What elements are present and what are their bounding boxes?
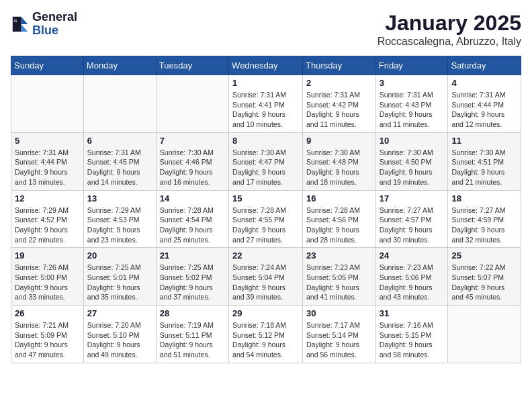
calendar-cell: 14Sunrise: 7:28 AM Sunset: 4:54 PM Dayli… — [156, 190, 228, 248]
calendar-cell: 17Sunrise: 7:27 AM Sunset: 4:57 PM Dayli… — [375, 190, 448, 248]
calendar-week-3: 12Sunrise: 7:29 AM Sunset: 4:52 PM Dayli… — [11, 190, 521, 248]
day-info: Sunrise: 7:27 AM Sunset: 4:59 PM Dayligh… — [451, 205, 517, 245]
weekday-header-sunday: Sunday — [11, 56, 84, 75]
day-number: 1 — [232, 78, 299, 88]
day-info: Sunrise: 7:25 AM Sunset: 5:02 PM Dayligh… — [160, 263, 225, 302]
header: G General Blue January 2025 Roccascalegn… — [11, 11, 521, 48]
calendar-cell: 7Sunrise: 7:30 AM Sunset: 4:46 PM Daylig… — [156, 132, 228, 190]
calendar-cell: 20Sunrise: 7:25 AM Sunset: 5:01 PM Dayli… — [83, 248, 156, 306]
weekday-header-friday: Friday — [375, 56, 448, 75]
day-number: 12 — [15, 193, 80, 203]
day-number: 8 — [232, 136, 299, 146]
day-number: 19 — [15, 250, 80, 261]
calendar-cell: 25Sunrise: 7:22 AM Sunset: 5:07 PM Dayli… — [448, 248, 521, 306]
day-number: 3 — [380, 78, 445, 88]
logo-text: General Blue — [32, 11, 77, 38]
day-number: 6 — [87, 136, 152, 146]
day-info: Sunrise: 7:31 AM Sunset: 4:41 PM Dayligh… — [232, 90, 299, 130]
day-info: Sunrise: 7:30 AM Sunset: 4:48 PM Dayligh… — [306, 148, 372, 187]
month-year: January 2025 — [378, 11, 521, 36]
calendar-cell — [11, 75, 84, 133]
calendar-cell: 11Sunrise: 7:30 AM Sunset: 4:51 PM Dayli… — [448, 132, 521, 190]
weekday-header-thursday: Thursday — [303, 56, 376, 75]
calendar-cell — [448, 306, 521, 363]
day-number: 29 — [232, 308, 299, 318]
day-info: Sunrise: 7:24 AM Sunset: 5:04 PM Dayligh… — [232, 263, 299, 302]
day-info: Sunrise: 7:31 AM Sunset: 4:44 PM Dayligh… — [15, 148, 80, 187]
day-info: Sunrise: 7:23 AM Sunset: 5:05 PM Dayligh… — [306, 263, 372, 302]
location: Roccascalegna, Abruzzo, Italy — [378, 36, 521, 48]
day-number: 17 — [380, 193, 445, 203]
day-number: 27 — [87, 308, 152, 318]
day-number: 14 — [160, 193, 225, 203]
day-info: Sunrise: 7:31 AM Sunset: 4:42 PM Dayligh… — [306, 90, 372, 130]
calendar-cell — [83, 75, 156, 133]
day-number: 28 — [160, 308, 225, 318]
day-number: 7 — [160, 136, 225, 146]
calendar-week-5: 26Sunrise: 7:21 AM Sunset: 5:09 PM Dayli… — [11, 306, 521, 363]
day-number: 21 — [160, 250, 225, 261]
day-number: 16 — [306, 193, 372, 203]
calendar-cell: 2Sunrise: 7:31 AM Sunset: 4:42 PM Daylig… — [303, 75, 376, 133]
day-info: Sunrise: 7:31 AM Sunset: 4:45 PM Dayligh… — [87, 148, 152, 187]
calendar-cell: 13Sunrise: 7:29 AM Sunset: 4:53 PM Dayli… — [83, 190, 156, 248]
day-number: 2 — [306, 78, 372, 88]
day-number: 9 — [306, 136, 372, 146]
day-info: Sunrise: 7:31 AM Sunset: 4:44 PM Dayligh… — [451, 90, 517, 130]
logo-icon: G — [11, 15, 30, 34]
calendar-cell: 15Sunrise: 7:28 AM Sunset: 4:55 PM Dayli… — [229, 190, 303, 248]
day-number: 10 — [380, 136, 445, 146]
day-info: Sunrise: 7:19 AM Sunset: 5:11 PM Dayligh… — [160, 320, 225, 360]
logo-blue: Blue — [32, 24, 77, 38]
day-number: 18 — [451, 193, 517, 203]
weekday-header-wednesday: Wednesday — [229, 56, 303, 75]
calendar-cell: 31Sunrise: 7:16 AM Sunset: 5:15 PM Dayli… — [375, 306, 448, 363]
calendar-cell: 24Sunrise: 7:23 AM Sunset: 5:06 PM Dayli… — [375, 248, 448, 306]
title-area: January 2025 Roccascalegna, Abruzzo, Ita… — [378, 11, 521, 48]
calendar-cell: 26Sunrise: 7:21 AM Sunset: 5:09 PM Dayli… — [11, 306, 84, 363]
day-info: Sunrise: 7:21 AM Sunset: 5:09 PM Dayligh… — [15, 320, 80, 360]
weekday-header-monday: Monday — [83, 56, 156, 75]
day-info: Sunrise: 7:29 AM Sunset: 4:52 PM Dayligh… — [15, 205, 80, 245]
day-info: Sunrise: 7:25 AM Sunset: 5:01 PM Dayligh… — [87, 263, 152, 302]
day-number: 22 — [232, 250, 299, 261]
logo-general: General — [32, 11, 77, 24]
day-info: Sunrise: 7:17 AM Sunset: 5:14 PM Dayligh… — [306, 320, 372, 360]
calendar-cell: 21Sunrise: 7:25 AM Sunset: 5:02 PM Dayli… — [156, 248, 228, 306]
svg-marker-0 — [21, 17, 28, 24]
day-number: 5 — [15, 136, 80, 146]
calendar-week-4: 19Sunrise: 7:26 AM Sunset: 5:00 PM Dayli… — [11, 248, 521, 306]
weekday-header-tuesday: Tuesday — [156, 56, 228, 75]
calendar: SundayMondayTuesdayWednesdayThursdayFrid… — [11, 56, 521, 363]
day-number: 30 — [306, 308, 372, 318]
svg-marker-1 — [21, 24, 28, 32]
calendar-cell: 29Sunrise: 7:18 AM Sunset: 5:12 PM Dayli… — [229, 306, 303, 363]
calendar-cell: 19Sunrise: 7:26 AM Sunset: 5:00 PM Dayli… — [11, 248, 84, 306]
calendar-cell: 16Sunrise: 7:28 AM Sunset: 4:56 PM Dayli… — [303, 190, 376, 248]
calendar-cell: 5Sunrise: 7:31 AM Sunset: 4:44 PM Daylig… — [11, 132, 84, 190]
day-number: 15 — [232, 193, 299, 203]
day-number: 20 — [87, 250, 152, 261]
calendar-cell: 18Sunrise: 7:27 AM Sunset: 4:59 PM Dayli… — [448, 190, 521, 248]
calendar-cell: 27Sunrise: 7:20 AM Sunset: 5:10 PM Dayli… — [83, 306, 156, 363]
day-info: Sunrise: 7:30 AM Sunset: 4:47 PM Dayligh… — [232, 148, 299, 187]
calendar-cell: 28Sunrise: 7:19 AM Sunset: 5:11 PM Dayli… — [156, 306, 228, 363]
calendar-body: 1Sunrise: 7:31 AM Sunset: 4:41 PM Daylig… — [11, 75, 521, 363]
weekday-header-saturday: Saturday — [448, 56, 521, 75]
day-info: Sunrise: 7:30 AM Sunset: 4:51 PM Dayligh… — [451, 148, 517, 187]
day-info: Sunrise: 7:27 AM Sunset: 4:57 PM Dayligh… — [380, 205, 445, 245]
calendar-cell: 3Sunrise: 7:31 AM Sunset: 4:43 PM Daylig… — [375, 75, 448, 133]
calendar-cell: 10Sunrise: 7:30 AM Sunset: 4:50 PM Dayli… — [375, 132, 448, 190]
day-number: 13 — [87, 193, 152, 203]
day-info: Sunrise: 7:18 AM Sunset: 5:12 PM Dayligh… — [232, 320, 299, 360]
day-number: 26 — [15, 308, 80, 318]
logo: G General Blue — [11, 11, 77, 38]
day-info: Sunrise: 7:26 AM Sunset: 5:00 PM Dayligh… — [15, 263, 80, 302]
calendar-cell: 1Sunrise: 7:31 AM Sunset: 4:41 PM Daylig… — [229, 75, 303, 133]
day-info: Sunrise: 7:29 AM Sunset: 4:53 PM Dayligh… — [87, 205, 152, 245]
calendar-cell: 8Sunrise: 7:30 AM Sunset: 4:47 PM Daylig… — [229, 132, 303, 190]
day-info: Sunrise: 7:28 AM Sunset: 4:54 PM Dayligh… — [160, 205, 225, 245]
calendar-cell: 12Sunrise: 7:29 AM Sunset: 4:52 PM Dayli… — [11, 190, 84, 248]
day-info: Sunrise: 7:28 AM Sunset: 4:56 PM Dayligh… — [306, 205, 372, 245]
day-number: 4 — [451, 78, 517, 88]
